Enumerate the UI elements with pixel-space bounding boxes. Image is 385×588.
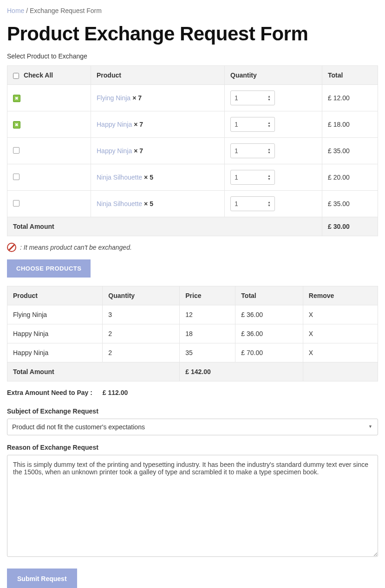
product-cell: Ninja Silhouette× 5 bbox=[91, 191, 225, 217]
page-title: Product Exchange Request Form bbox=[7, 23, 378, 45]
row-check-cell bbox=[7, 138, 91, 164]
product-cell: Ninja Silhouette× 5 bbox=[91, 164, 225, 191]
spinner-up-icon[interactable]: ▲ bbox=[268, 121, 271, 124]
product-cell: Happy Ninja bbox=[7, 343, 103, 362]
quantity-value: 1 bbox=[235, 147, 238, 155]
choose-products-button[interactable]: CHOOSE PRODUCTS bbox=[7, 259, 91, 278]
total-cell: £ 36.00 bbox=[235, 324, 303, 343]
table-row: Ninja Silhouette× 51▲▼£ 35.00 bbox=[7, 191, 378, 217]
row-checkbox[interactable] bbox=[13, 200, 20, 207]
checkall-label: Check All bbox=[24, 71, 53, 79]
quantity-spinner[interactable]: ▲▼ bbox=[268, 200, 271, 207]
product-cell: Happy Ninja× 7 bbox=[91, 111, 225, 138]
row-total: £ 20.00 bbox=[322, 164, 378, 191]
table-row: Happy Ninja235£ 70.00X bbox=[7, 343, 378, 362]
th2-quantity: Quantity bbox=[103, 286, 180, 305]
prohibit-icon bbox=[7, 243, 16, 252]
product-link[interactable]: Ninja Silhouette bbox=[97, 174, 142, 181]
spinner-up-icon[interactable]: ▲ bbox=[268, 148, 271, 151]
total-cell: £ 70.00 bbox=[235, 343, 303, 362]
product-multiplier: × 5 bbox=[144, 200, 153, 207]
spinner-down-icon[interactable]: ▼ bbox=[268, 124, 271, 128]
quantity-value: 1 bbox=[235, 121, 238, 128]
table-row: Flying Ninja312£ 36.00X bbox=[7, 305, 378, 324]
product-link[interactable]: Happy Ninja bbox=[97, 121, 132, 128]
exchange-note: : It means product can't be exchanged. bbox=[7, 243, 378, 252]
quantity-stepper[interactable]: 1▲▼ bbox=[230, 143, 275, 158]
row-checkbox[interactable] bbox=[13, 147, 20, 154]
row-checkbox[interactable] bbox=[13, 174, 20, 180]
spinner-down-icon[interactable]: ▼ bbox=[268, 204, 271, 207]
quantity-stepper[interactable]: 1▲▼ bbox=[230, 196, 275, 211]
exchange-source-table: Check All Product Quantity Total Flying … bbox=[7, 65, 378, 236]
product-cell: Flying Ninja bbox=[7, 305, 103, 324]
remove-cell[interactable]: X bbox=[303, 324, 378, 343]
quantity-spinner[interactable]: ▲▼ bbox=[268, 121, 271, 128]
spinner-up-icon[interactable]: ▲ bbox=[268, 174, 271, 177]
breadcrumb-current: Exchange Request Form bbox=[30, 7, 102, 14]
spinner-down-icon[interactable]: ▼ bbox=[268, 177, 271, 181]
subject-select[interactable]: Product did not fit the customer's expec… bbox=[7, 419, 378, 435]
product-link[interactable]: Happy Ninja bbox=[97, 147, 132, 155]
breadcrumb-home[interactable]: Home bbox=[7, 7, 24, 14]
total2-value: £ 142.00 bbox=[180, 362, 303, 381]
price-cell: 12 bbox=[180, 305, 235, 324]
quantity-cell: 1▲▼ bbox=[225, 164, 322, 191]
quantity-spinner[interactable]: ▲▼ bbox=[268, 174, 271, 181]
product-link[interactable]: Ninja Silhouette bbox=[97, 200, 142, 207]
th-total: Total bbox=[322, 66, 378, 85]
quantity-cell: 1▲▼ bbox=[225, 85, 322, 111]
quantity-value: 1 bbox=[235, 174, 238, 181]
th2-total: Total bbox=[235, 286, 303, 305]
quantity-spinner[interactable]: ▲▼ bbox=[268, 148, 271, 154]
quantity-spinner[interactable]: ▲▼ bbox=[268, 95, 271, 101]
extra-amount-row: Extra Amount Need to Pay : £ 112.00 bbox=[7, 389, 378, 396]
reason-textarea[interactable] bbox=[7, 455, 378, 557]
quantity-cell: 2 bbox=[103, 343, 180, 362]
disabled-checkbox-icon bbox=[13, 121, 20, 129]
table-row: Happy Ninja× 71▲▼£ 35.00 bbox=[7, 138, 378, 164]
th-quantity: Quantity bbox=[225, 66, 322, 85]
total2-label: Total Amount bbox=[7, 362, 180, 381]
price-cell: 18 bbox=[180, 324, 235, 343]
th2-product: Product bbox=[7, 286, 103, 305]
row-total: £ 12.00 bbox=[322, 85, 378, 111]
table-row: Flying Ninja× 71▲▼£ 12.00 bbox=[7, 85, 378, 111]
select-product-label: Select Product to Exchange bbox=[7, 52, 378, 60]
breadcrumb-sep: / bbox=[26, 7, 28, 14]
spinner-up-icon[interactable]: ▲ bbox=[268, 95, 271, 98]
row-total: £ 35.00 bbox=[322, 191, 378, 217]
extra-amount-value: £ 112.00 bbox=[103, 389, 128, 396]
row-check-cell bbox=[7, 191, 91, 217]
row-check-cell bbox=[7, 111, 91, 138]
quantity-cell: 3 bbox=[103, 305, 180, 324]
extra-amount-label: Extra Amount Need to Pay : bbox=[7, 389, 92, 396]
row-check-cell bbox=[7, 85, 91, 111]
row-total: £ 18.00 bbox=[322, 111, 378, 138]
spinner-down-icon[interactable]: ▼ bbox=[268, 151, 271, 154]
product-multiplier: × 7 bbox=[134, 121, 143, 128]
remove-cell[interactable]: X bbox=[303, 343, 378, 362]
reason-label: Reason of Exchange Request bbox=[7, 444, 378, 451]
product-cell: Happy Ninja× 7 bbox=[91, 138, 225, 164]
checkall-checkbox[interactable] bbox=[13, 73, 19, 79]
total-amount-value: £ 30.00 bbox=[322, 217, 378, 236]
submit-request-button[interactable]: Submit Request bbox=[7, 569, 77, 588]
price-cell: 35 bbox=[180, 343, 235, 362]
table-row: Happy Ninja218£ 36.00X bbox=[7, 324, 378, 343]
remove-cell[interactable]: X bbox=[303, 305, 378, 324]
table-row: Ninja Silhouette× 51▲▼£ 20.00 bbox=[7, 164, 378, 191]
th-product: Product bbox=[91, 66, 225, 85]
product-link[interactable]: Flying Ninja bbox=[97, 94, 131, 102]
quantity-cell: 1▲▼ bbox=[225, 138, 322, 164]
quantity-stepper[interactable]: 1▲▼ bbox=[230, 117, 275, 132]
spinner-up-icon[interactable]: ▲ bbox=[268, 200, 271, 204]
row-total: £ 35.00 bbox=[322, 138, 378, 164]
quantity-stepper[interactable]: 1▲▼ bbox=[230, 90, 275, 105]
spinner-down-icon[interactable]: ▼ bbox=[268, 98, 271, 101]
quantity-stepper[interactable]: 1▲▼ bbox=[230, 170, 275, 185]
product-multiplier: × 7 bbox=[132, 94, 142, 102]
total-cell: £ 36.00 bbox=[235, 305, 303, 324]
quantity-value: 1 bbox=[235, 200, 238, 207]
breadcrumb: Home / Exchange Request Form bbox=[7, 7, 378, 14]
